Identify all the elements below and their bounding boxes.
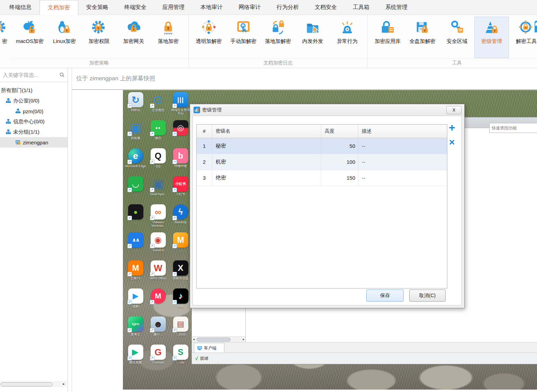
ribbon-button[interactable]: macOS加密 (12, 17, 47, 58)
menu-tab[interactable]: 终端安全 (116, 0, 154, 15)
tree-item[interactable]: 未分组(1/1) (0, 127, 68, 137)
table-row[interactable]: 3 绝密 150 -- (197, 170, 447, 186)
desktop-icon[interactable]: ◡ ↗ … (125, 176, 146, 204)
desktop-icon[interactable]: ↻ ↗ 回收站 (125, 92, 146, 120)
ribbon-button[interactable]: 解密工具 (509, 17, 537, 58)
tree-item[interactable]: pzm(0/0) (0, 106, 68, 116)
desktop-icon[interactable]: ◎ ↗ … (170, 120, 191, 148)
scrollbar-right-arrow-icon[interactable]: ▸ (243, 337, 244, 341)
close-button[interactable]: X (446, 106, 462, 114)
scrollbar-thumb[interactable] (197, 338, 231, 341)
desktop-icon[interactable]: M ↗ 芒果TV (125, 260, 146, 288)
menu-tab-label: 系统管理 (385, 4, 408, 11)
ribbon-button[interactable]: 落地加解密 (261, 17, 295, 58)
menu-tab[interactable]: 网络审计 (231, 0, 269, 15)
desktop-icon-tile: ▶ ↗ (128, 345, 143, 360)
column-header: # (197, 125, 212, 138)
desktop-icon-glyph: b (178, 151, 183, 161)
shortcut-arrow-icon: ↗ (150, 356, 154, 360)
ribbon-button-clipped-right[interactable] (535, 19, 537, 35)
desktop-icon[interactable]: ◉ ↗ Xshell 8 (147, 232, 169, 260)
client-tab[interactable]: 客户端 (194, 343, 224, 353)
desktop-icon-tile: ⊙ ↗ (151, 92, 166, 107)
table-row[interactable]: 1 秘密 50 -- (197, 138, 447, 154)
row-number-cell: 2 (197, 154, 212, 170)
desktop-icon[interactable]: ● ↗ … (125, 204, 146, 232)
desktop-icon[interactable]: X ↗ 剪映专业版 (170, 260, 191, 288)
tree-item[interactable]: 所有部门(1/1) (0, 85, 68, 96)
menu-tab[interactable]: 应用管理 (154, 0, 193, 15)
desktop-icon[interactable]: Q ↗ QQ (147, 148, 169, 176)
menu-tab[interactable]: 文档安全 (307, 0, 345, 15)
desktop-icon[interactable]: ▣ ↗ 此电脑 (125, 120, 146, 148)
scrollbar-right-arrow-icon[interactable]: ▸ (63, 382, 65, 386)
tree-item[interactable]: 办公室(0/0) (0, 96, 68, 106)
desktop-icon[interactable]: M ↗ … (147, 288, 169, 317)
desktop-icon[interactable]: ♪ ↗ 抖音 (170, 288, 191, 317)
ribbon-button[interactable]: 加密应用库 (370, 17, 405, 58)
desktop-icon[interactable]: G ↗ Foxmail (147, 345, 169, 373)
terminal-icon (15, 140, 21, 145)
quick-find-input[interactable] (489, 123, 537, 133)
add-row-button[interactable]: + (449, 122, 455, 133)
menu-tab[interactable]: 工具箱 (345, 0, 377, 15)
desktop-icon-glyph: S (178, 347, 183, 357)
scrollbar-left-arrow-icon[interactable]: ◂ (193, 337, 195, 341)
save-button[interactable]: 保存 (366, 289, 404, 302)
ribbon-button[interactable]: 内发外发 (295, 17, 330, 58)
dialog-title-bar[interactable]: 密级管理 X (190, 104, 464, 116)
ribbon-button[interactable]: 落地加密 (151, 17, 186, 58)
tree-item[interactable]: 信息中心(0/0) (0, 116, 68, 127)
ribbon-button[interactable]: 透明加解密 (191, 17, 226, 58)
ribbon-button[interactable]: Linux加密 (47, 17, 82, 58)
ribbon-button[interactable]: 手动加解密 (226, 17, 261, 58)
delete-row-button[interactable]: × (449, 137, 455, 147)
table-row[interactable]: 2 机密 100 -- (197, 154, 447, 170)
desktop-icon[interactable]: W ↗ WPS Office (147, 260, 169, 288)
desktop-icon-tile: W ↗ (151, 260, 166, 276)
desktop-icon[interactable]: ∧∧ ↗ … (125, 232, 146, 260)
ribbon-button-label: 内发外发 (302, 38, 323, 45)
menu-tab[interactable]: 系统管理 (377, 0, 415, 15)
ribbon-button[interactable]: 密级管理 (474, 17, 509, 58)
search-input[interactable] (0, 72, 68, 78)
desktop-icon[interactable]: ●● ↗ 微信 (147, 120, 169, 148)
scrollbar-thumb[interactable] (1, 382, 53, 386)
desktop-icon[interactable]: ∞ ↗ VMware Worksta.. (147, 204, 169, 232)
sidebar-hscrollbar[interactable]: ▸ (0, 381, 67, 387)
desktop-icon-tile: ▶ ↗ (128, 288, 143, 304)
ribbon-button[interactable]: 安全区域 (440, 17, 474, 58)
menu-tab[interactable]: 文档加密 (39, 0, 78, 15)
desktop-icon[interactable]: ▤ ↗ …2025 (170, 317, 191, 345)
ribbon-button[interactable]: 全盘加解密 (405, 17, 440, 58)
org-icon (6, 129, 11, 135)
desktop-icon[interactable]: 小红书 ↗ 小红书 (170, 176, 191, 204)
desktop-icon[interactable]: ▣ ↗ DeskTopS.. (147, 176, 169, 204)
ribbon-button[interactable]: 加密权限 (82, 17, 116, 58)
desktop-icon[interactable]: ⊙ ↗ 企业微信 (147, 92, 169, 120)
desktop-icon[interactable]: ϟ ↗ Bandizip (170, 204, 191, 232)
remote-hscrollbar[interactable]: ◂ ▸ (192, 336, 245, 342)
ribbon-button[interactable]: 异常行为 (330, 17, 365, 58)
desktop-icon[interactable]: S ↗ …xls (170, 345, 191, 373)
desktop-icon[interactable]: ▶ ↗ 优酷 (125, 288, 146, 317)
menu-tab[interactable]: 本地审计 (193, 0, 231, 15)
ribbon-button-clipped[interactable]: 密 (0, 17, 10, 45)
desktop-icon-label: 优酷 (133, 305, 139, 308)
desktop-icon[interactable]: b ↗ 哔哩哔哩 (170, 148, 191, 176)
ribbon-button-label: 加密网关 (123, 38, 144, 45)
desktop-icon[interactable]: e ↗ Microsoft Edge (125, 148, 146, 176)
tree-item[interactable]: zimengpan (0, 137, 68, 148)
ribbon-button[interactable]: 加密网关 (116, 17, 151, 58)
desktop-icon[interactable]: ||| ↗ 终端安全管理平台 (170, 92, 191, 120)
search-icon[interactable] (59, 72, 65, 78)
menu-tab[interactable]: 安全策略 (78, 0, 116, 15)
desktop-icon[interactable]: iQIYI ↗ 爱奇艺 (125, 317, 146, 345)
menu-tab[interactable]: 行为分析 (269, 0, 307, 15)
table-body: 1 秘密 50 -- 2 机密 100 -- 3 绝密 150 -- (197, 138, 447, 186)
desktop-icon[interactable]: ☻ ↗ 潘小… (147, 317, 169, 345)
cancel-button[interactable]: 取消(C) (409, 289, 446, 302)
desktop-icon[interactable]: ▶ ↗ 腾讯视频 (125, 345, 146, 373)
menu-tab[interactable]: 终端信息 (1, 0, 39, 15)
desktop-icon[interactable]: M ↗ … (170, 232, 191, 260)
